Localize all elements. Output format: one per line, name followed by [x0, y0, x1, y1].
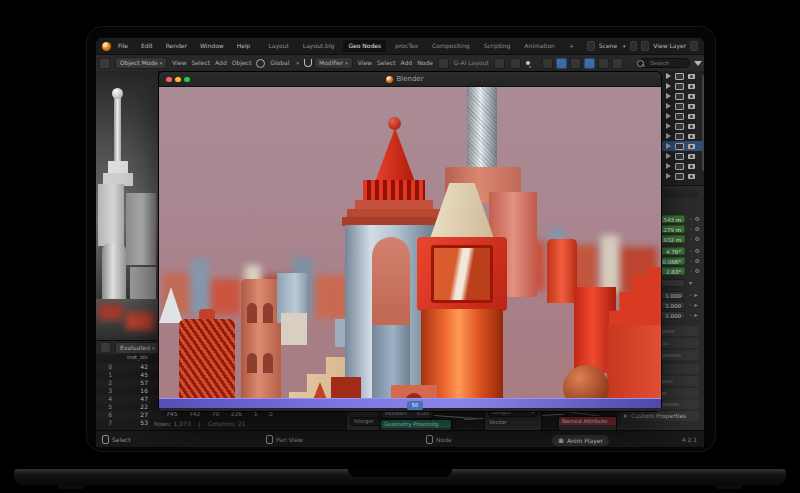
render-visibility-icon[interactable] — [688, 94, 695, 99]
menu-file[interactable]: File — [118, 42, 128, 50]
overlays-icon[interactable] — [584, 58, 595, 69]
scene-icon[interactable] — [587, 41, 595, 51]
disclosure-icon[interactable] — [666, 173, 671, 179]
tab-geo-nodes[interactable]: Geo Nodes — [343, 40, 386, 52]
view-layer-icon[interactable] — [641, 41, 649, 51]
disclosure-icon[interactable] — [666, 143, 671, 149]
lock-icon[interactable]: ◦ ▸ — [689, 301, 704, 309]
render-visibility-icon[interactable] — [688, 174, 695, 179]
disclosure-icon[interactable] — [666, 133, 671, 139]
snap-magnet-icon[interactable] — [304, 59, 312, 67]
disclosure-icon[interactable] — [666, 153, 671, 159]
filter-funnel-icon[interactable] — [694, 61, 702, 66]
gizmos-icon[interactable] — [570, 58, 581, 69]
render-visibility-icon[interactable] — [688, 134, 695, 139]
lock-icon[interactable]: ◦ ▸ — [689, 291, 704, 299]
dataset-icon[interactable] — [100, 342, 111, 353]
decorator-icons[interactable]: ◦ ⚙ — [689, 257, 704, 265]
render-visibility-icon[interactable] — [688, 144, 695, 149]
new-icon[interactable] — [510, 58, 521, 69]
menu-window[interactable]: Window — [200, 42, 224, 50]
render-visibility-icon[interactable] — [688, 154, 695, 159]
disclosure-icon[interactable] — [666, 73, 671, 79]
disclosure-icon[interactable] — [666, 123, 671, 129]
viewport-visibility-icon[interactable] — [675, 93, 684, 100]
tab-add-workspace[interactable]: + — [564, 40, 579, 52]
playhead-badge[interactable]: 50 — [407, 401, 423, 410]
decorator-icons[interactable]: ◦ ⚙ — [689, 267, 704, 275]
tab-layout-blg[interactable]: Layout.blg — [298, 40, 340, 52]
decorator-icons[interactable]: ◦ ⚙ — [689, 215, 704, 223]
column-header[interactable]: inst_idx — [116, 354, 148, 360]
menu-render[interactable]: Render — [166, 42, 187, 50]
disclosure-icon[interactable] — [666, 93, 671, 99]
mode-dropdown[interactable]: Object Mode▾ — [115, 57, 167, 69]
new-scene-icon[interactable] — [630, 41, 638, 51]
menu-help[interactable]: Help — [237, 42, 251, 50]
outliner-search-input[interactable] — [638, 58, 690, 68]
tab-animation[interactable]: Animation — [519, 40, 560, 52]
viewport-visibility-icon[interactable] — [675, 133, 684, 140]
viewport-menu-select[interactable]: Select — [192, 59, 211, 67]
decorator-icons[interactable]: ◦ ⚙ — [689, 225, 704, 233]
disclosure-icon[interactable] — [666, 83, 671, 89]
decorator-icons[interactable]: ◦ ⚙ — [689, 235, 704, 243]
custom-properties-panel[interactable]: Custom Properties — [621, 411, 699, 421]
tab-scripting[interactable]: Scripting — [479, 40, 516, 52]
render-visibility-icon[interactable] — [688, 114, 695, 119]
viewport-visibility-icon[interactable] — [675, 103, 684, 110]
viewport-visibility-icon[interactable] — [675, 163, 684, 170]
viewport-visibility-icon[interactable] — [675, 123, 684, 130]
render-visibility-icon[interactable] — [688, 164, 695, 169]
viewport-visibility-icon[interactable] — [675, 83, 684, 90]
viewport-menu-add[interactable]: Add — [215, 59, 227, 67]
xray-icon[interactable] — [598, 58, 609, 69]
scene-selector[interactable]: Scene — [599, 42, 617, 50]
shading-icon[interactable] — [612, 58, 623, 69]
node-menu-add[interactable]: Add — [401, 59, 413, 67]
render-visibility-icon[interactable] — [688, 124, 695, 129]
anim-player-pill[interactable]: ⊗Anim Player — [551, 434, 610, 447]
viewport-visibility-icon[interactable] — [675, 153, 684, 160]
context-dropdown[interactable]: Modifier▾ — [314, 57, 353, 69]
tab-compositing[interactable]: Compositing — [427, 40, 475, 52]
lock-icon[interactable]: ◦ ▸ — [689, 311, 704, 319]
snap-toggle-icon[interactable] — [556, 58, 567, 69]
viewport-menu-object[interactable]: Object — [232, 59, 252, 67]
render-window-titlebar[interactable]: Blender — [159, 72, 661, 87]
viewport-visibility-icon[interactable] — [675, 173, 684, 180]
disclosure-icon[interactable] — [666, 103, 671, 109]
tab-proctex[interactable]: procTex — [390, 40, 423, 52]
render-visibility-icon[interactable] — [688, 74, 695, 79]
stop-icon[interactable]: ⊗ — [558, 437, 564, 445]
clay-viewport[interactable] — [96, 71, 158, 340]
tab-layout[interactable]: Layout — [263, 40, 293, 52]
viewport-toggle-cluster — [542, 55, 623, 71]
viewport-visibility-icon[interactable] — [675, 143, 684, 150]
node-group-name[interactable]: G-Al Layout — [454, 59, 489, 67]
decorator-icons[interactable]: ◦ ⚙ — [689, 247, 704, 255]
render-visibility-icon[interactable] — [688, 84, 695, 89]
editor-type-icon[interactable] — [99, 58, 110, 69]
view-layer-selector[interactable]: View Layer — [653, 42, 686, 50]
menu-edit[interactable]: Edit — [141, 42, 153, 50]
proportional-edit-icon[interactable] — [542, 58, 553, 69]
disclosure-icon[interactable] — [666, 113, 671, 119]
new-view-layer-icon[interactable] — [690, 41, 698, 51]
blender-logo-icon[interactable] — [102, 42, 111, 51]
orientation-dropdown[interactable]: Global — [270, 59, 289, 67]
node-menu-view[interactable]: View — [358, 59, 372, 67]
render-visibility-icon[interactable] — [688, 104, 695, 109]
disclosure-icon[interactable] — [666, 163, 671, 169]
dataset-dropdown[interactable]: Evaluated▾ — [115, 342, 160, 354]
pin-icon[interactable] — [526, 61, 530, 65]
browse-icon[interactable] — [494, 58, 505, 69]
node-tree-icon[interactable] — [438, 58, 449, 69]
viewport-visibility-icon[interactable] — [675, 113, 684, 120]
node-menu-select[interactable]: Select — [377, 59, 396, 67]
outliner-scrollbar[interactable] — [702, 75, 704, 171]
viewport-menu-view[interactable]: View — [172, 59, 186, 67]
node-menu-node[interactable]: Node — [417, 59, 433, 67]
viewport-visibility-icon[interactable] — [675, 73, 684, 80]
render-window[interactable]: Blender — [158, 71, 662, 412]
